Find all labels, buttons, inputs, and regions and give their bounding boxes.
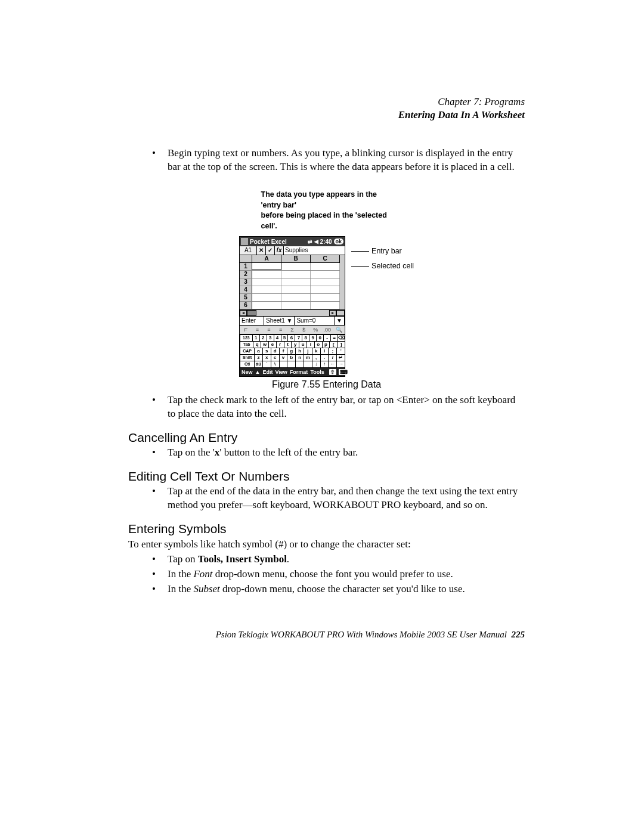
cancel-x-button[interactable]: ✕ [257, 246, 266, 255]
figure-callouts: Entry bar Selected cell [351, 236, 414, 277]
sip-up-icon[interactable]: ⇧ [329, 369, 336, 375]
heading-symbols: Entering Symbols [128, 522, 525, 536]
bullet-tools-insert: Tap on Tools, Insert Symbol. [152, 553, 525, 566]
status-row: Enter Sheet1 ▼ Sum=0 ▼ [240, 316, 345, 325]
heading-cancelling: Cancelling An Entry [128, 431, 525, 445]
kb-row-3: Shiftzxcvbnm,./↵ [240, 354, 345, 361]
key-`[interactable]: ` [262, 361, 271, 368]
key-\[interactable]: \ [271, 361, 280, 368]
col-c[interactable]: C [311, 255, 340, 262]
figure-7-55: Pocket Excel ⇄ ◀ 2:40 ok A1 ✕ ✓ fx Suppl… [128, 236, 525, 377]
kb-row-2: CAPasdfghjkl;' [240, 348, 345, 354]
fx-button[interactable]: fx [275, 246, 284, 255]
pocket-excel-screenshot: Pocket Excel ⇄ ◀ 2:40 ok A1 ✕ ✓ fx Suppl… [239, 236, 345, 377]
soft-keyboard: 1231234567890-=⌫ Tabqwertyuiop[] CAPasdf… [240, 334, 345, 367]
menu-format[interactable]: Format [290, 369, 308, 375]
sheet-selector[interactable]: Sheet1 ▼ [264, 317, 295, 325]
col-b[interactable]: B [281, 255, 311, 262]
confirm-check-button[interactable]: ✓ [266, 246, 275, 255]
start-flag-icon [241, 238, 248, 245]
vertical-scrollbar[interactable] [340, 255, 345, 309]
bullet-list-cancel: Tap on the 'x' button to the left of the… [128, 446, 525, 460]
figure-caption: Figure 7.55 Entering Data [128, 379, 525, 390]
kb-row-0: 1231234567890-=⌫ [240, 335, 345, 341]
col-a[interactable]: A [252, 255, 281, 262]
key-space[interactable] [279, 361, 288, 368]
chapter-label: Chapter 7: Programs [128, 95, 525, 109]
entry-bar: A1 ✕ ✓ fx Supplies [240, 246, 345, 255]
bullet-list-2: Tap the check mark to the left of the en… [128, 394, 525, 421]
key-space[interactable] [287, 361, 296, 368]
titlebar: Pocket Excel ⇄ ◀ 2:40 ok [240, 237, 345, 246]
heading-editing: Editing Cell Text Or Numbers [128, 469, 525, 484]
status-enter: Enter [240, 317, 264, 325]
entry-field[interactable]: Supplies [284, 246, 345, 255]
align-right-icon[interactable]: ≡ [275, 327, 287, 333]
align-left-icon[interactable]: ≡ [252, 327, 264, 333]
bullet-list-edit: Tap at the end of the data in the entry … [128, 485, 525, 512]
bullet-edit-text: Tap at the end of the data in the entry … [152, 485, 525, 512]
kb-row-4: Ctláü`\↓↑←→ [240, 361, 345, 367]
bullet-subset-dropdown: In the Subset drop-down menu, choose the… [152, 583, 525, 596]
zoom-icon[interactable]: 🔍 [333, 327, 345, 333]
menu-new[interactable]: New [242, 369, 253, 375]
page-number: 225 [512, 630, 525, 639]
cell-reference[interactable]: A1 [240, 246, 257, 255]
section-label: Entering Data In A Worksheet [128, 109, 525, 122]
menu-bar: New ▲ Edit View Format Tools ⇧ ⌨ ▲ [240, 367, 345, 376]
menu-up-icon[interactable]: ▲ [255, 369, 261, 375]
symbols-intro: To enter symbols like hatch symbol (#) o… [128, 538, 525, 550]
bullet-tap-check: Tap the check mark to the left of the en… [152, 394, 525, 421]
bullet-font-dropdown: In the Font drop-down menu, choose the f… [152, 568, 525, 581]
row-1[interactable]: 1 [240, 263, 252, 270]
app-title: Pocket Excel [250, 239, 287, 245]
callout-selected-cell: Selected cell [371, 262, 414, 271]
figure-note: The data you type appears in the 'entry … [261, 190, 392, 231]
decimal-icon[interactable]: .00 [321, 327, 333, 333]
page-content: Chapter 7: Programs Entering Data In A W… [0, 0, 644, 699]
bullet-list-symbols: Tap on Tools, Insert Symbol. In the Font… [128, 553, 525, 596]
dropdown-icon[interactable]: ▼ [335, 317, 345, 325]
menu-edit[interactable]: Edit [263, 369, 273, 375]
font-icon[interactable]: F [240, 327, 252, 333]
bullet-list-1: Begin typing text or numbers. As you typ… [128, 147, 525, 174]
key-←[interactable]: ← [328, 361, 337, 368]
menu-view[interactable]: View [275, 369, 287, 375]
bullet-begin-typing: Begin typing text or numbers. As you typ… [152, 147, 525, 174]
horizontal-scrollbar[interactable]: ◂▸ [240, 309, 345, 316]
key-↑[interactable]: ↑ [320, 361, 329, 368]
kb-row-1: Tabqwertyuiop[] [240, 341, 345, 348]
key-space[interactable] [304, 361, 312, 368]
callout-entry-bar: Entry bar [371, 247, 402, 256]
key-áü[interactable]: áü [254, 361, 263, 368]
format-toolbar: F ≡ ≡ ≡ Σ $ % .00 🔍 [240, 325, 345, 334]
menu-tools[interactable]: Tools [310, 369, 324, 375]
status-sum: Sum=0 [295, 317, 335, 325]
key-Ctl[interactable]: Ctl [240, 361, 255, 368]
clock: 2:40 [320, 239, 332, 245]
page-footer: Psion Teklogix WORKABOUT PRO With Window… [128, 630, 525, 640]
align-center-icon[interactable]: ≡ [263, 327, 275, 333]
key-→[interactable]: → [336, 361, 345, 368]
connectivity-icon: ⇄ [308, 239, 312, 244]
key-space[interactable] [295, 361, 304, 368]
sip-arrow-icon[interactable]: ▲ [351, 369, 357, 375]
bullet-tap-x: Tap on the 'x' button to the left of the… [152, 446, 525, 460]
percent-icon[interactable]: % [309, 327, 321, 333]
currency-icon[interactable]: $ [298, 327, 310, 333]
cell-a1-selected[interactable] [252, 262, 281, 270]
page-header: Chapter 7: Programs Entering Data In A W… [128, 95, 525, 122]
key-↓[interactable]: ↓ [312, 361, 321, 368]
volume-icon: ◀ [314, 239, 318, 244]
ok-button[interactable]: ok [334, 239, 344, 244]
keyboard-icon[interactable]: ⌨ [339, 369, 349, 375]
autosum-icon[interactable]: Σ [286, 327, 298, 333]
